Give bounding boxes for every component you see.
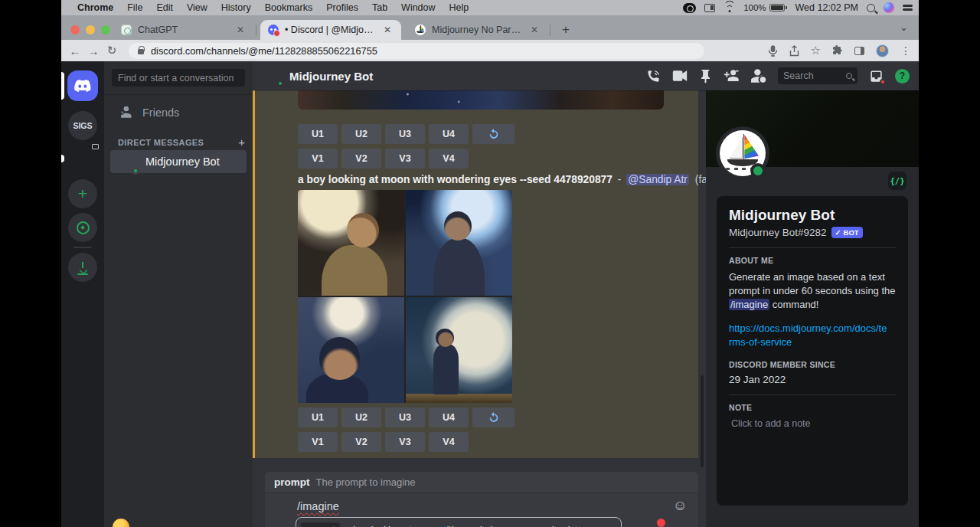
user-mention[interactable]: @Sandip Atr — [626, 174, 689, 185]
tab-close-icon[interactable]: ✕ — [528, 25, 541, 35]
menu-tab[interactable]: Tab — [372, 2, 387, 13]
menu-history[interactable]: History — [221, 2, 251, 13]
menu-window[interactable]: Window — [401, 2, 435, 13]
grid-image-3[interactable] — [298, 297, 404, 403]
u2-button[interactable]: U2 — [341, 124, 381, 144]
forward-button[interactable]: → — [84, 44, 103, 57]
window-manager-icon[interactable] — [704, 4, 715, 12]
help-icon[interactable]: ? — [895, 69, 910, 83]
bookmark-star-icon[interactable]: ☆ — [811, 44, 821, 57]
tab-close-icon[interactable]: ✕ — [234, 25, 247, 35]
menu-bookmarks[interactable]: Bookmarks — [265, 2, 313, 13]
prompt-option-field[interactable]: prompt a boy looking at moon with wonder… — [296, 517, 622, 527]
chatgpt-favicon — [121, 25, 132, 35]
dm-midjourney-bot-rail[interactable] — [68, 144, 97, 173]
create-dm-icon[interactable]: + — [238, 136, 245, 149]
sidebar-item-friends[interactable]: Friends — [110, 101, 247, 124]
menu-file[interactable]: File — [127, 2, 142, 13]
menu-view[interactable]: View — [187, 2, 207, 13]
chrome-profile-avatar[interactable] — [876, 44, 889, 57]
chat-header-actions: Search ? — [646, 61, 910, 90]
sidebar-divider — [104, 94, 253, 95]
tab-search-chevron-icon[interactable]: ⌄ — [900, 21, 908, 33]
dm-item-midjourney-bot[interactable]: Midjourney Bot — [110, 150, 247, 173]
dm-section-header: DIRECT MESSAGES + — [118, 136, 245, 149]
u2-button[interactable]: U2 — [341, 408, 381, 427]
menu-app-name[interactable]: Chrome — [77, 2, 113, 13]
v1-button[interactable]: V1 — [298, 432, 338, 452]
u1-button[interactable]: U1 — [298, 124, 338, 144]
member-profile-icon[interactable] — [751, 69, 766, 83]
u3-button[interactable]: U3 — [385, 408, 425, 427]
chat-search-input[interactable]: Search — [778, 67, 858, 84]
bot-badge: ✓ BOT — [831, 227, 863, 238]
emoji-picker-icon[interactable]: ☺ — [673, 498, 688, 512]
reload-button[interactable]: ↻ — [103, 44, 121, 57]
tab-discord[interactable]: • Discord | @Midjourney Bot ✕ — [260, 20, 401, 40]
u3-button[interactable]: U3 — [385, 124, 425, 144]
download-apps-button[interactable] — [68, 253, 97, 282]
url-text[interactable]: discord.com/channels/@me/112828885506221… — [151, 45, 377, 57]
video-call-icon[interactable] — [672, 70, 688, 82]
note-input-placeholder[interactable]: Click to add a note — [729, 418, 896, 429]
v2-button[interactable]: V2 — [341, 149, 381, 169]
menubar-clock[interactable]: Wed 12:02 PM — [795, 2, 858, 13]
generated-image-grid[interactable] — [298, 190, 512, 403]
v4-button[interactable]: V4 — [429, 432, 469, 452]
share-icon[interactable] — [789, 45, 799, 57]
siri-icon[interactable] — [884, 2, 894, 13]
menu-edit[interactable]: Edit — [156, 2, 173, 13]
lock-icon[interactable] — [138, 49, 144, 54]
compass-icon — [77, 221, 90, 234]
menu-help[interactable]: Help — [449, 2, 469, 13]
explore-servers-button[interactable] — [68, 213, 97, 242]
voice-call-icon[interactable] — [646, 69, 661, 83]
home-dm-button[interactable] — [67, 70, 98, 101]
conversation-search-button[interactable]: Find or start a conversation — [112, 69, 245, 87]
u4-button[interactable]: U4 — [429, 408, 469, 427]
rerun-button[interactable] — [472, 124, 514, 144]
menu-profiles[interactable]: Profiles — [326, 2, 358, 13]
add-server-button[interactable]: + — [68, 179, 97, 208]
v1-button[interactable]: V1 — [298, 149, 338, 169]
v3-button[interactable]: V3 — [385, 149, 425, 169]
close-window-button[interactable] — [70, 25, 80, 34]
grid-image-2[interactable] — [406, 190, 512, 296]
u4-button[interactable]: U4 — [429, 124, 469, 144]
chrome-menu-icon[interactable]: ⋮ — [900, 44, 911, 57]
v2-button[interactable]: V2 — [341, 432, 381, 452]
server-sigs[interactable]: SIGS — [68, 111, 97, 140]
message-composer[interactable]: /imagine ☺ prompt a boy looking at moon … — [265, 493, 698, 527]
inbox-icon[interactable] — [869, 69, 884, 83]
v4-button[interactable]: V4 — [429, 149, 469, 169]
zoom-window-button[interactable] — [101, 25, 110, 34]
imagine-command-chip[interactable]: /imagine — [729, 299, 769, 310]
new-tab-button[interactable]: + — [557, 22, 574, 38]
chat-scrollbar-thumb[interactable] — [701, 375, 704, 467]
grid-image-1[interactable] — [298, 190, 404, 296]
terms-link[interactable]: https://docs.midjourney.com/docs/terms-o… — [729, 322, 890, 349]
address-bar[interactable]: discord.com/channels/@me/112828885506221… — [129, 43, 704, 59]
v3-button[interactable]: V3 — [385, 432, 425, 452]
u1-button[interactable]: U1 — [298, 408, 338, 427]
browser-window: Chrome File Edit View History Bookmarks … — [61, 0, 919, 527]
minimize-window-button[interactable] — [86, 25, 95, 34]
rerun-button[interactable] — [472, 408, 514, 427]
tab-midjourney-docs[interactable]: Midjourney No Parameter ✕ — [407, 20, 548, 40]
previous-grid-image-bottom[interactable] — [298, 90, 664, 110]
side-panel-icon[interactable] — [854, 47, 864, 55]
tab-close-icon[interactable]: ✕ — [381, 25, 394, 35]
tab-chatgpt[interactable]: ChatGPT ✕ — [113, 20, 254, 40]
control-center-icon[interactable] — [903, 5, 913, 10]
wifi-icon[interactable] — [724, 4, 735, 12]
pin-icon[interactable] — [699, 69, 712, 83]
extensions-icon[interactable] — [832, 45, 843, 56]
add-friend-icon[interactable] — [724, 70, 740, 83]
spotlight-search-icon[interactable] — [867, 4, 875, 12]
slash-command-text[interactable]: /imagine — [297, 500, 339, 512]
grid-image-4[interactable] — [406, 297, 512, 403]
microphone-icon[interactable] — [768, 45, 778, 57]
option-field-value[interactable]: a boy looking at moon with wondering eye… — [345, 525, 622, 527]
back-button[interactable]: ← — [66, 44, 84, 57]
command-option-bar[interactable]: prompt The prompt to imagine — [265, 472, 698, 493]
